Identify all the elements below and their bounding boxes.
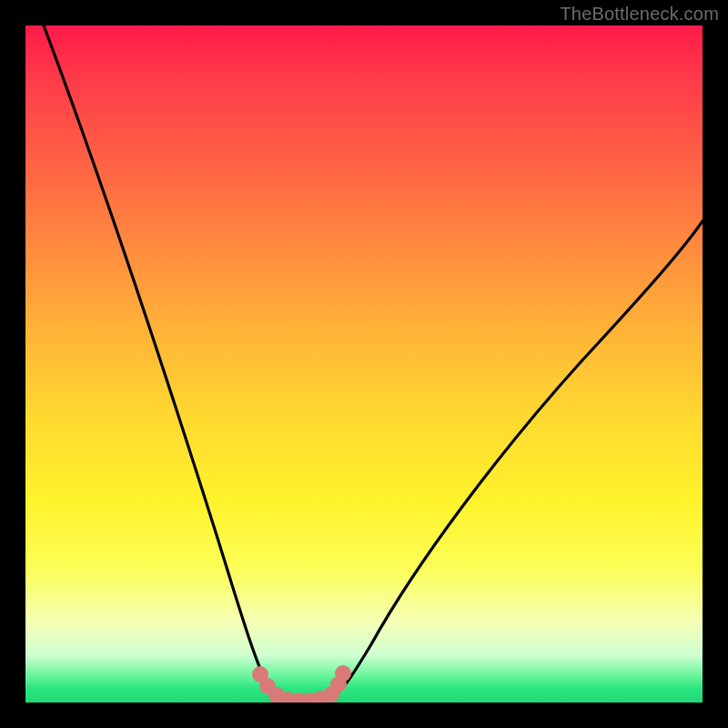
watermark-text: TheBottleneck.com [560, 4, 719, 25]
chart-frame: TheBottleneck.com [0, 0, 728, 728]
flat-bottom-dots [25, 25, 703, 703]
svg-point-9 [335, 665, 351, 682]
gradient-plot-area [25, 25, 703, 703]
